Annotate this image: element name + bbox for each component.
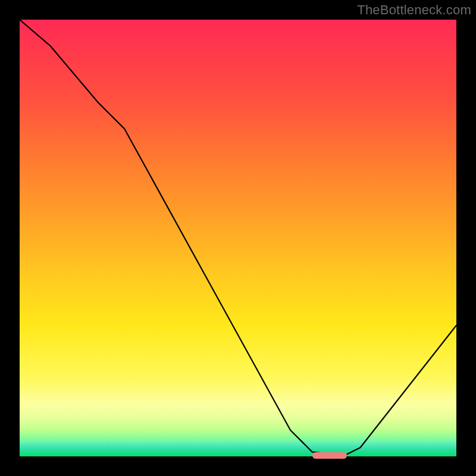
bottleneck-curve bbox=[20, 20, 456, 456]
watermark-text: TheBottleneck.com bbox=[357, 2, 471, 18]
chart-frame: TheBottleneck.com bbox=[0, 0, 476, 476]
minimum-marker bbox=[312, 452, 347, 459]
plot-area bbox=[20, 20, 456, 456]
